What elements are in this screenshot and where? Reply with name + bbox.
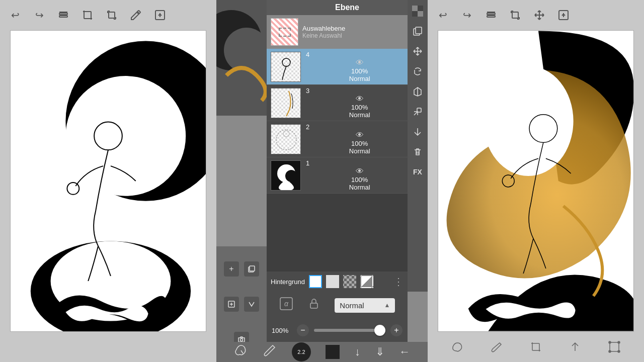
svg-rect-24 (271, 88, 301, 118)
right-up-icon[interactable] (568, 340, 582, 354)
bg-swatch-white[interactable] (309, 275, 322, 288)
dropdown-arrow-icon: ▲ (384, 302, 390, 309)
layer-1[interactable]: 1 👁 100% Normal ≡ (267, 157, 428, 194)
layer-1-eye[interactable]: 👁 (356, 167, 364, 176)
back-icon[interactable]: ← (399, 345, 410, 358)
add-layer-button[interactable]: + (224, 261, 239, 277)
color-swatch[interactable] (326, 345, 340, 359)
alpha-icon[interactable]: α (279, 297, 293, 314)
opacity-slider-thumb[interactable] (374, 325, 385, 336)
move-icon[interactable] (411, 44, 425, 58)
opacity-row: 100% − + (267, 319, 408, 342)
layer-1-info: 1 👁 100% Normal (304, 159, 415, 191)
background-row: Hintergrund ⋮ (267, 272, 408, 292)
svg-rect-17 (250, 266, 255, 271)
layer-4-thumb (271, 52, 301, 82)
svg-text:α: α (284, 300, 289, 308)
layers-panel-title: Ebene (267, 0, 428, 15)
selection-thumb (271, 18, 298, 46)
svg-rect-53 (610, 342, 619, 351)
right-move-icon[interactable] (532, 8, 546, 22)
pencil-icon[interactable] (129, 8, 143, 22)
brush-tool-icon[interactable] (263, 343, 277, 360)
opacity-slider[interactable] (314, 329, 385, 332)
left-toolbar-top: ↩ ↪ (0, 0, 216, 30)
redo-button[interactable]: ↪ (32, 8, 46, 22)
layer-4-info: 4 👁 100% Normal (304, 51, 415, 82)
layer-1-opacity: 100% (351, 176, 368, 184)
brush-size-indicator[interactable]: 2.2 (292, 342, 311, 361)
layer-2-info: 2 👁 100% Normal (304, 123, 415, 155)
layer-3-thumb (271, 88, 301, 118)
lasso-tool-icon[interactable] (234, 343, 248, 360)
right-lasso-icon[interactable] (450, 340, 464, 354)
blend-mode-value: Normal (340, 301, 364, 310)
bg-swatch-checker[interactable] (343, 275, 356, 288)
svg-point-21 (240, 339, 243, 341)
layers-icon[interactable] (56, 8, 70, 22)
right-export-icon[interactable] (556, 8, 571, 22)
flip-icon[interactable] (411, 84, 425, 99)
export-icon[interactable] (153, 8, 167, 22)
background-label: Hintergrund (271, 278, 305, 286)
layer-3-eye[interactable]: 👁 (356, 95, 364, 104)
opacity-plus-button[interactable]: + (390, 324, 403, 336)
layer-1-number: 1 (306, 159, 309, 167)
right-transform2-icon[interactable] (607, 340, 621, 354)
right-panel: ↩ ↪ (428, 0, 644, 362)
right-transform-icon[interactable] (508, 8, 522, 22)
transform-icon[interactable] (105, 8, 119, 22)
merge-layer-button[interactable] (244, 297, 259, 312)
right-brush-icon[interactable] (490, 340, 504, 354)
svg-rect-46 (512, 12, 518, 18)
more-options-icon[interactable]: ⋮ (393, 276, 404, 288)
bg-swatch-light-gray[interactable] (326, 275, 339, 288)
layer-4-blend: Normal (349, 75, 370, 82)
rotate-icon[interactable] (411, 64, 425, 78)
duplicate-layer-button[interactable] (244, 261, 259, 277)
layer-4[interactable]: 4 👁 100% Normal ≡ (267, 49, 428, 85)
left-canvas (10, 30, 206, 332)
layer-2-thumb (271, 124, 301, 154)
lock-icon[interactable] (308, 298, 320, 313)
layer-2-eye[interactable]: 👁 (356, 131, 364, 140)
layer-3-info: 3 👁 100% Normal (304, 87, 415, 119)
svg-point-49 (484, 66, 574, 176)
svg-point-7 (65, 76, 186, 196)
checkerboard-icon[interactable] (411, 4, 425, 18)
blend-mode-select[interactable]: Normal ▲ (335, 298, 395, 313)
svg-rect-31 (412, 6, 418, 11)
scale-icon[interactable] (411, 105, 425, 119)
svg-rect-36 (416, 27, 422, 34)
blend-mode-row: α Normal ▲ (267, 292, 408, 319)
layer-4-opacity: 100% (351, 67, 368, 75)
selection-outline (279, 28, 291, 37)
svg-point-57 (618, 350, 620, 352)
layer-4-eye[interactable]: 👁 (356, 58, 364, 67)
add-group-button[interactable] (224, 297, 239, 312)
fx-label[interactable]: FX (411, 165, 425, 179)
delete-icon[interactable] (411, 145, 425, 159)
apply-icon[interactable]: ↓ (355, 345, 360, 358)
layer-2[interactable]: 2 👁 100% Normal ≡ (267, 121, 428, 157)
opacity-minus-button[interactable]: − (297, 324, 309, 336)
copy-layer-sidebar-icon[interactable] (411, 24, 425, 38)
layer-3[interactable]: 3 👁 100% Normal ≡ (267, 85, 428, 121)
right-undo-button[interactable]: ↩ (436, 8, 450, 22)
svg-rect-3 (109, 12, 115, 18)
undo-button[interactable]: ↩ (8, 8, 22, 22)
svg-rect-52 (532, 343, 539, 350)
down-arrow-icon[interactable] (411, 125, 425, 139)
selection-name: Auswahlebene (302, 25, 345, 32)
right-redo-button[interactable]: ↪ (460, 8, 474, 22)
bg-swatch-half[interactable] (360, 275, 373, 288)
brush-size-value: 2.2 (297, 349, 305, 355)
layer-2-number: 2 (306, 123, 309, 131)
crop-icon[interactable] (80, 8, 95, 22)
selection-layer[interactable]: Auswahlebene Keine Auswahl (267, 15, 428, 49)
layer-1-thumb (271, 160, 301, 191)
svg-rect-1 (59, 16, 67, 17)
apply-all-icon[interactable]: ⇓ (375, 345, 384, 358)
right-layers-icon[interactable] (484, 8, 498, 22)
right-crop-icon[interactable] (529, 340, 543, 354)
